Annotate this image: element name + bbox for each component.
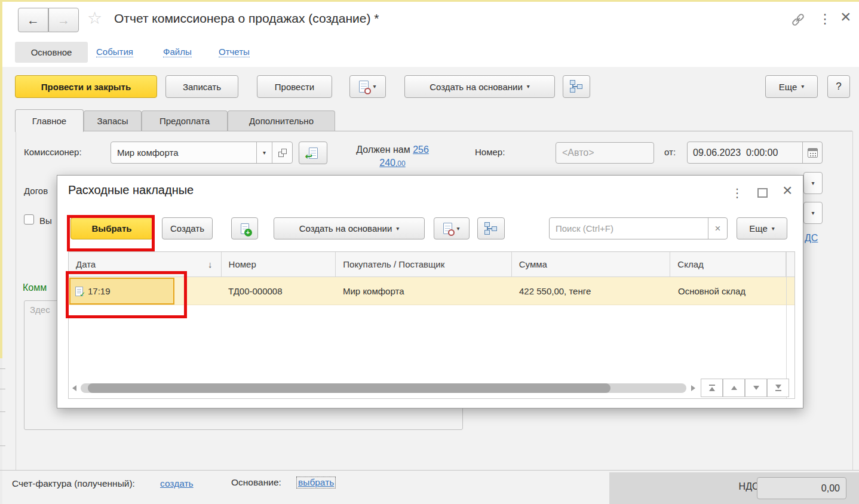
date-label: от: [664,147,676,157]
nav-item-files[interactable]: Файлы [163,47,192,57]
left-edge-tick [0,368,5,369]
chevron-down-icon: ▾ [396,226,399,232]
window-close-icon[interactable]: × [840,7,851,27]
dialog-create-based-on-button[interactable]: Создать на основании ▾ [274,217,425,239]
dialog-search-field[interactable]: × [549,217,728,239]
scroll-left-icon[interactable] [72,385,76,391]
debt-frac: ,00 [395,159,406,168]
triangle-down-icon [753,386,759,390]
invoice-create-link[interactable]: создать [160,478,194,489]
nav-item-main[interactable]: Основное [15,42,88,63]
nav-item-events[interactable]: События [96,47,133,57]
go-first-button[interactable] [701,379,723,397]
forward-arrow-icon: → [57,13,70,27]
post-label: Провести [275,82,314,92]
window-menu-icon[interactable]: ⋮ [818,11,832,27]
dialog-more-button[interactable]: Еще ▾ [737,217,787,239]
document-icon: ↩ [309,147,318,159]
dialog-menu-icon[interactable]: ⋮ [731,186,743,200]
help-button[interactable]: ? [827,75,850,98]
triangle-up-icon [709,387,715,391]
go-last-button[interactable] [767,379,789,397]
hidden-field-dropdown-stub[interactable]: ▾ [803,202,823,224]
number-field[interactable] [556,142,654,164]
post-and-close-button[interactable]: Провести и закрыть [15,75,157,98]
triangle-down-icon [775,385,781,389]
go-next-button[interactable] [745,379,767,397]
cell-number-value: ТД00-000008 [228,286,283,296]
left-edge-tick [0,411,5,412]
vat-link-clipped[interactable]: ДС [805,233,818,244]
calendar-button[interactable] [802,142,822,163]
dialog-close-icon[interactable]: × [783,181,792,200]
left-edge-tick [0,445,5,446]
sort-desc-icon: ↓ [208,259,213,269]
number-label: Номер: [475,147,505,157]
more-button[interactable]: Еще ▾ [765,75,818,98]
accent-top-border [0,0,859,2]
basis-label: Основание: [231,477,281,488]
commissioner-open-button[interactable] [272,142,292,163]
dialog-title: Расходные накладные [68,183,194,197]
create-based-on-button[interactable]: Создать на основании ▾ [404,75,555,98]
go-previous-button[interactable] [723,379,745,397]
create-based-on-label: Создать на основании [430,82,523,92]
related-documents-button[interactable] [563,75,590,98]
dialog-search-input[interactable] [550,218,708,239]
chevron-down-icon: ▾ [811,210,814,216]
dialog-search-clear-button[interactable]: × [708,218,727,239]
scroll-right-icon[interactable] [691,385,695,391]
number-input[interactable] [556,143,654,163]
tab-prepayment[interactable]: Предоплата [142,110,228,131]
cell-amount[interactable]: 422 550,00, тенге [512,277,671,305]
post-button[interactable]: Провести [257,75,332,98]
dialog-create-button[interactable]: Создать [162,217,213,239]
chevron-down-icon: ▾ [801,84,804,90]
cell-warehouse[interactable]: Основной склад [671,277,787,305]
column-header-label: Покупатель / Поставщик [343,259,444,269]
tab-additional[interactable]: Дополнительно [228,110,335,131]
posting-docs-dropdown-button[interactable]: ▾ [349,75,386,98]
hidden-field-dropdown-stub[interactable]: ▾ [803,172,823,194]
basis-select-link[interactable]: выбрать [296,477,336,488]
dialog-maximize-icon[interactable] [757,188,768,198]
content-left-border [16,131,16,470]
checkbox[interactable] [24,214,34,225]
vat-label: НДС: [699,481,762,492]
horizontal-scrollbar-track[interactable] [81,383,686,393]
dialog-related-documents-button[interactable] [477,217,505,239]
column-header-warehouse[interactable]: Склад [670,252,786,276]
favorite-star-icon[interactable]: ☆ [87,8,102,28]
column-header-label: Склад [677,259,703,269]
chevron-down-icon: ▾ [373,84,376,90]
horizontal-scrollbar-thumb[interactable] [88,383,610,393]
dialog-create-based-label: Создать на основании [299,223,392,233]
document-plus-icon: + [241,223,249,234]
date-field[interactable]: 09.06.2023 0:00:00 [687,142,823,164]
column-header-amount[interactable]: Сумма [511,252,670,276]
forward-button[interactable]: → [48,8,79,32]
column-header-customer[interactable]: Покупатель / Поставщик [335,252,511,276]
commissioner-dropdown-button[interactable]: ▾ [256,142,272,163]
cell-amount-value: 422 550,00, тенге [519,286,591,296]
green-plus-icon: + [244,229,252,236]
save-button[interactable]: Записать [165,75,238,98]
cell-customer[interactable]: Мир комфорта [336,277,512,305]
back-button[interactable]: ← [18,8,48,32]
commissioner-combobox[interactable]: Мир комфорта ▾ [111,142,293,164]
column-header-label: Дата [76,259,96,269]
commissioner-value: Мир комфорта [111,147,256,158]
nav-item-reports[interactable]: Отчеты [219,47,250,57]
column-header-label: Номер [229,259,256,269]
tab-stock[interactable]: Запасы [84,110,142,131]
tab-main[interactable]: Главное [15,109,84,132]
contract-label-clipped: Догов [24,186,48,196]
cell-number[interactable]: ТД00-000008 [221,277,336,305]
column-header-number[interactable]: Номер [221,252,336,276]
copy-link-icon[interactable] [790,11,806,28]
dialog-posting-docs-dropdown-button[interactable]: ▾ [434,217,470,239]
calendar-icon [808,148,818,158]
document-clock-icon [359,81,369,93]
fill-from-document-button[interactable]: ↩ [299,142,327,164]
dialog-create-new-icon-button[interactable]: + [231,217,258,239]
